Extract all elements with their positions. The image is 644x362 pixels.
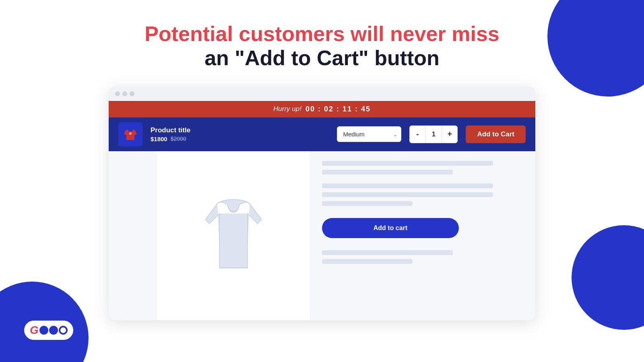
timer-value: 00 : 02 : 11 : 45 <box>305 105 371 113</box>
browser-chrome <box>109 86 535 101</box>
headline-line2: an "Add to Cart" button <box>144 46 499 70</box>
add-to-cart-sticky-button[interactable]: Add to Cart <box>466 125 526 143</box>
quantity-control: - 1 + <box>409 125 458 143</box>
logo-circle-2 <box>49 326 58 335</box>
variant-selector-wrapper[interactable]: Small Medium Large XL <box>337 126 401 142</box>
product-thumbnail-icon <box>122 126 138 142</box>
placeholder-line-4 <box>322 192 493 197</box>
product-thumbnail <box>118 122 142 146</box>
product-image-area <box>157 151 310 320</box>
timer-bar: Hurry up! 00 : 02 : 11 : 45 <box>109 101 535 117</box>
quantity-increase-button[interactable]: + <box>442 126 457 143</box>
product-shirt-illustration <box>189 191 278 280</box>
placeholder-line-6 <box>322 250 453 255</box>
placeholder-line-2 <box>322 170 453 175</box>
product-title: Product title <box>151 126 190 134</box>
add-to-cart-page-button[interactable]: Add to cart <box>322 218 459 238</box>
price-current: $1800 <box>151 136 167 142</box>
product-pricing: $1800 $2000 <box>151 136 190 142</box>
placeholder-line-5 <box>322 201 413 206</box>
headline-line1: Potential customers will never miss <box>144 22 499 46</box>
price-original: $2000 <box>171 136 186 142</box>
browser-dot-1 <box>115 91 120 96</box>
variant-select[interactable]: Small Medium Large XL <box>337 126 401 142</box>
timer-label: Hurry up! <box>273 105 301 113</box>
logo-circle-1 <box>39 326 48 335</box>
browser-mockup: Hurry up! 00 : 02 : 11 : 45 Product titl… <box>109 86 535 320</box>
placeholder-line-3 <box>322 183 493 188</box>
placeholder-line-1 <box>322 161 493 166</box>
logo-circle-3 <box>59 326 68 335</box>
right-content: Add to cart <box>310 151 535 320</box>
logo: G <box>24 321 73 340</box>
quantity-decrease-button[interactable]: - <box>410 126 425 143</box>
quantity-value: 1 <box>425 126 442 143</box>
browser-dot-2 <box>122 91 127 96</box>
logo-circles <box>39 326 68 335</box>
svg-point-0 <box>129 132 132 135</box>
description-placeholders-top <box>322 161 523 175</box>
headline: Potential customers will never miss an "… <box>144 22 499 70</box>
description-placeholders-bottom <box>322 250 523 264</box>
description-placeholders-mid <box>322 183 523 206</box>
product-info: Product title $1800 $2000 <box>151 126 190 142</box>
placeholder-line-7 <box>322 259 413 264</box>
logo-letter-g: G <box>30 324 39 337</box>
logo-container: G <box>24 321 73 340</box>
left-sidebar <box>109 151 157 320</box>
sticky-product-bar: Product title $1800 $2000 Small Medium L… <box>109 117 535 151</box>
browser-dot-3 <box>130 91 134 96</box>
main-content: Potential customers will never miss an "… <box>0 0 644 320</box>
page-body: Add to cart <box>109 151 535 320</box>
